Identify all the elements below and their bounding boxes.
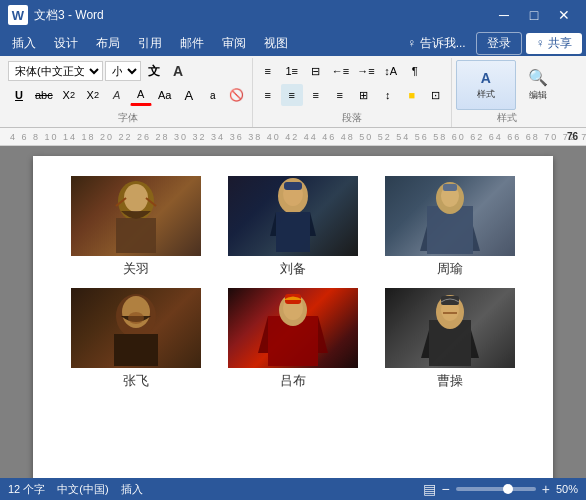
edit-mode: 插入	[121, 482, 143, 497]
status-bar-right: ▤ − + 50%	[423, 481, 578, 497]
styles-gallery-button[interactable]: A 样式	[456, 60, 516, 110]
language: 中文(中国)	[57, 482, 108, 497]
svg-rect-14	[114, 334, 158, 366]
character-name-zhangfei: 张飞	[123, 372, 149, 390]
numbering-button[interactable]: 1≡	[281, 60, 303, 82]
character-image-zhouyu[interactable]	[385, 176, 515, 256]
sort-button[interactable]: ↕A	[380, 60, 402, 82]
ribbon-group-paragraph-top: ≡ 1≡ ⊟ ←≡ →≡ ↕A ¶ ≡ ≡ ≡ ≡ ⊞ ↕	[257, 60, 447, 110]
ribbon-group-styles: A 样式 🔍 编辑 样式	[452, 58, 562, 127]
bullets-button[interactable]: ≡	[257, 60, 279, 82]
font-size-up-btn[interactable]: a	[202, 84, 224, 106]
word-count: 12 个字	[8, 482, 45, 497]
status-bar: 12 个字 中文(中国) 插入 ▤ − + 50%	[0, 478, 586, 500]
character-item-caocao: 曹操	[385, 288, 515, 390]
window-title: 文档3 - Word	[34, 7, 104, 24]
minimize-button[interactable]: ─	[490, 4, 518, 26]
character-image-liubei[interactable]	[228, 176, 358, 256]
view-page-icon[interactable]: ▤	[423, 481, 436, 497]
svg-rect-8	[284, 182, 302, 190]
shading-button[interactable]: ■	[401, 84, 423, 106]
ribbon-group-font-top: 宋体(中文正文) 小二 文 A U abc X2 X2 A	[8, 60, 248, 110]
edit-button[interactable]: 🔍 编辑	[518, 60, 558, 110]
borders-button[interactable]: ⊡	[425, 84, 447, 106]
menu-design[interactable]: 设计	[46, 33, 86, 54]
character-item-liubei: 刘备	[228, 176, 358, 278]
highlight-button[interactable]: Aa	[154, 84, 176, 106]
menu-bar-right: ♀ 告诉我... 登录 ♀ 共享	[401, 32, 582, 55]
superscript-button[interactable]: X2	[82, 84, 104, 106]
close-button[interactable]: ✕	[550, 4, 578, 26]
svg-rect-12	[443, 184, 457, 191]
align-right-button[interactable]: ≡	[305, 84, 327, 106]
character-image-lvbu[interactable]	[228, 288, 358, 368]
character-item-lvbu: 吕布	[228, 288, 358, 390]
clear-format-button[interactable]: 🚫	[226, 84, 248, 106]
decrease-indent-button[interactable]: ←≡	[329, 60, 352, 82]
column-layout-button[interactable]: ⊞	[353, 84, 375, 106]
character-item-zhouyu: 周瑜	[385, 176, 515, 278]
zoom-slider[interactable]	[456, 487, 536, 491]
menu-bar: 插入 设计 布局 引用 邮件 审阅 视图 ♀ 告诉我... 登录 ♀ 共享	[0, 30, 586, 56]
page: 关羽 刘备	[33, 156, 553, 478]
title-bar: W 文档3 - Word ─ □ ✕	[0, 0, 586, 30]
styles-group-label: 样式	[456, 110, 558, 127]
character-name-liubei: 刘备	[280, 260, 306, 278]
share-button[interactable]: ♀ 共享	[526, 33, 582, 54]
maximize-button[interactable]: □	[520, 4, 548, 26]
menu-insert[interactable]: 插入	[4, 33, 44, 54]
paragraph-group-label: 段落	[257, 110, 447, 127]
character-item-guanyu: 关羽	[71, 176, 201, 278]
character-name-lvbu: 吕布	[280, 372, 306, 390]
character-item-zhangfei: 张飞	[71, 288, 201, 390]
title-bar-left: W 文档3 - Word	[8, 5, 104, 25]
zoom-in-button[interactable]: +	[542, 481, 550, 497]
align-center-button[interactable]: ≡	[281, 84, 303, 106]
ruler-marks: 4 6 8 10 14 18 20 22 26 28 30 32 34 36 3…	[0, 132, 586, 142]
ribbon: 宋体(中文正文) 小二 文 A U abc X2 X2 A	[0, 56, 586, 128]
menu-view[interactable]: 视图	[256, 33, 296, 54]
menu-layout[interactable]: 布局	[88, 33, 128, 54]
character-name-guanyu: 关羽	[123, 260, 149, 278]
font-family-select[interactable]: 宋体(中文正文)	[8, 61, 103, 81]
title-bar-controls: ─ □ ✕	[490, 4, 578, 26]
character-grid: 关羽 刘备	[63, 176, 523, 390]
ribbon-group-paragraph: ≡ 1≡ ⊟ ←≡ →≡ ↕A ¶ ≡ ≡ ≡ ≡ ⊞ ↕	[253, 58, 452, 127]
menu-review[interactable]: 审阅	[214, 33, 254, 54]
text-effect-button[interactable]: A	[106, 84, 128, 106]
svg-rect-6	[276, 212, 310, 252]
multilevel-list-button[interactable]: ⊟	[305, 60, 327, 82]
ribbon-inner: 宋体(中文正文) 小二 文 A U abc X2 X2 A	[0, 56, 586, 127]
svg-rect-1	[116, 218, 156, 253]
strikethrough-button[interactable]: abc	[32, 84, 56, 106]
document-area: 关羽 刘备	[0, 146, 586, 478]
character-name-caocao: 曹操	[437, 372, 463, 390]
subscript-button[interactable]: X2	[58, 84, 80, 106]
zoom-thumb	[503, 484, 513, 494]
login-button[interactable]: 登录	[476, 32, 522, 55]
help-icon[interactable]: ♀ 告诉我...	[401, 33, 471, 54]
font-a-button[interactable]: A	[167, 60, 189, 82]
character-image-caocao[interactable]	[385, 288, 515, 368]
align-left-button[interactable]: ≡	[257, 84, 279, 106]
character-image-zhangfei[interactable]	[71, 288, 201, 368]
character-name-zhouyu: 周瑜	[437, 260, 463, 278]
line-spacing-button[interactable]: ↕	[377, 84, 399, 106]
svg-point-16	[128, 312, 144, 324]
font-group-label: 字体	[8, 110, 248, 127]
underline-button[interactable]: U	[8, 84, 30, 106]
menu-mail[interactable]: 邮件	[172, 33, 212, 54]
zoom-level: 50%	[556, 483, 578, 495]
font-color-button[interactable]: A	[130, 84, 152, 106]
zoom-out-button[interactable]: −	[442, 481, 450, 497]
menu-references[interactable]: 引用	[130, 33, 170, 54]
justify-button[interactable]: ≡	[329, 84, 351, 106]
show-formatting-button[interactable]: ¶	[404, 60, 426, 82]
font-size-down-btn[interactable]: A	[178, 84, 200, 106]
svg-point-2	[124, 184, 148, 212]
word-icon: W	[8, 5, 28, 25]
increase-indent-button[interactable]: →≡	[354, 60, 377, 82]
font-size-wen-button[interactable]: 文	[143, 60, 165, 82]
character-image-guanyu[interactable]	[71, 176, 201, 256]
font-size-select[interactable]: 小二	[105, 61, 141, 81]
